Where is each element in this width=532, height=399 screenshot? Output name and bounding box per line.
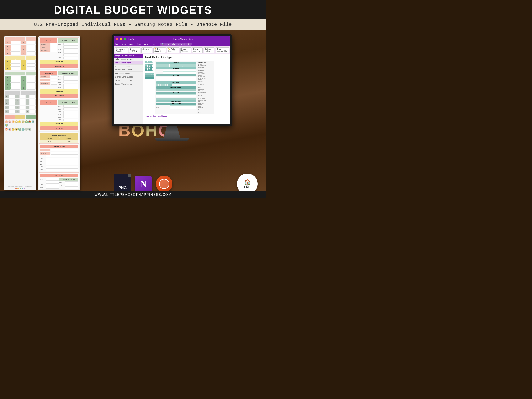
toolbar-zoom[interactable]: Zoom 115% ▼ [129, 47, 140, 53]
icon-16: ♻ [22, 128, 25, 131]
toolbar-zoom-100[interactable]: Zoom to 100% [141, 47, 152, 53]
monitor: OneNote BudgetWidget-Boho File Home Inse… [112, 34, 232, 126]
monitor-container: OneNote BudgetWidget-Boho File Home Inse… [82, 34, 262, 141]
toolbar-check-accessibility[interactable]: Check Accessibility [215, 47, 229, 53]
toolbar-immersive-reader[interactable]: Immersive Reader [115, 47, 128, 53]
add-page-btn[interactable]: + Add page [158, 115, 167, 117]
icon-8: 🎁 [28, 120, 31, 123]
icon-9: 📱 [32, 120, 34, 123]
header-title: DIGITAL BUDGET WIDGETS [0, 4, 266, 16]
bills-due-3: BILLS DUE [40, 126, 78, 130]
bill-due-1: BILL DUE [40, 38, 57, 43]
bill-due-2: BILL DUE [40, 71, 57, 75]
icon-13: 🏋 [12, 128, 14, 131]
toolbar-deleted-notes[interactable]: Deleted Notes [204, 47, 215, 53]
section-brown-boho-budget[interactable]: Brown Boho Budget [114, 79, 143, 82]
bills-due-2: BILLS DUE [40, 94, 78, 98]
save-money-label: SAVE MONEY [15, 115, 25, 119]
icon-2: 🚗 [8, 120, 11, 123]
no-spend-label: NO SPEND [5, 115, 14, 119]
onenote-doc-title: BudgetWidget-Boho [138, 38, 228, 40]
sticker-sheet-2: BILL DUE WEEKLY SPEND BUDGET SPENT REMAI… [38, 36, 80, 190]
account-summary-label: ACCOUNT SUMMARY [40, 133, 78, 137]
icon-3: 💰 [12, 120, 14, 123]
homemade-meal-label: HOMEMADE MEAL [26, 115, 36, 119]
section-orange-boho-budget[interactable]: Orange Boho Budget [114, 75, 143, 79]
weekly-spend-2: WEEKLY SPEND [58, 71, 78, 75]
section-yellow-boho-budget[interactable]: Yellow Boho Budget [114, 68, 143, 72]
monitor-stand [164, 126, 180, 138]
onenote-page-title: Teal Boho Budget [145, 56, 228, 59]
bills-due-bottom: BILLS DUE [40, 174, 78, 177]
menu-view[interactable]: View [144, 43, 149, 45]
icon-10: ⚡ [5, 124, 8, 127]
savings-2: SAVINGS [40, 89, 78, 94]
header: DIGITAL BUDGET WIDGETS [0, 0, 266, 19]
menu-search[interactable]: 🔍 Tell me what you want to do [160, 43, 192, 46]
weekly-spend-3: WEEKLY SPEND [58, 100, 78, 105]
icon-11: 🔥 [5, 128, 8, 131]
menu-home[interactable]: Home [121, 43, 127, 45]
savings-3: SAVINGS [40, 122, 78, 126]
monitor-screen: OneNote BudgetWidget-Boho File Home Inse… [114, 36, 230, 124]
icon-17: ✂ [25, 128, 28, 131]
section-pink-boho-budget[interactable]: Pink Boho Budget [114, 72, 143, 75]
onenote-page-content: Teal Boho Budget [143, 54, 230, 124]
bill-due-3: BILL DUE [40, 100, 57, 105]
savings-1: SAVINGS [40, 60, 78, 64]
menu-draw[interactable]: Draw [137, 43, 141, 45]
monthly-spend-label: MONTHLY SPEND [40, 145, 78, 148]
icon-14: 🗑 [15, 128, 18, 131]
subtitle-text: 832 Pre-Cropped Individual PNGs • Samsun… [0, 22, 266, 27]
sticker-sheet-1: € £ € £ € £ € [4, 36, 36, 190]
icon-12: 🌊 [8, 128, 11, 131]
section-boho-budget-widgets[interactable]: Boho Budget Widgets [114, 57, 143, 61]
add-section-btn[interactable]: + Add section [145, 115, 156, 117]
win-minimize-btn[interactable] [120, 38, 122, 40]
onenote-menubar: File Home Insert Draw View Help 🔍 Tell m… [114, 42, 230, 46]
menu-file[interactable]: File [115, 43, 119, 45]
monitor-base [155, 138, 189, 141]
win-close-btn[interactable] [115, 38, 118, 40]
notebook-header: BudgetWidget-Boho ▼ [114, 54, 143, 57]
menu-help[interactable]: Help [151, 43, 155, 45]
icon-1: 🍕 [5, 120, 8, 123]
menu-insert[interactable]: Insert [129, 43, 134, 45]
icon-7: 💊 [25, 120, 28, 123]
icon-6: 🛒 [22, 120, 25, 123]
toolbar-page-versions[interactable]: Page Versions [180, 47, 191, 53]
section-budget-word-labels[interactable]: Budget Word Labels [114, 82, 143, 86]
section-teal-boho-budget[interactable]: Teal Boho Budget [114, 61, 143, 65]
icon-4: 🏠 [15, 120, 18, 123]
onenote-body: BudgetWidget-Boho ▼ Boho Budget Widgets … [114, 54, 230, 124]
onenote-app-name: OneNote [128, 38, 136, 40]
subtitle-bar: 832 Pre-Cropped Individual PNGs • Samsun… [0, 19, 266, 30]
onenote-titlebar: OneNote BudgetWidget-Boho [114, 36, 230, 42]
win-maximize-btn[interactable] [124, 38, 126, 40]
icon-5: 💡 [18, 120, 21, 123]
toolbar-show-authors[interactable]: Show Authors [192, 47, 203, 53]
section-green-boho-budget[interactable]: Green Boho Budget [114, 65, 143, 68]
weekly-spend-1: WEEKLY SPEND [58, 38, 78, 43]
icon-18: 🎵 [28, 128, 31, 131]
main-content: € £ € £ € £ € [0, 30, 266, 198]
icon-15: 📡 [18, 128, 21, 131]
bills-due-1: BILLS DUE [40, 64, 78, 68]
toolbar-page-color[interactable]: 🎨 Page Color ▼ [153, 47, 166, 53]
toolbar-rule-lines[interactable]: 📏 Rule Lines ▼ [167, 47, 179, 53]
onenote-sidebar: BudgetWidget-Boho ▼ Boho Budget Widgets … [114, 54, 143, 124]
onenote-toolbar: Immersive Reader Zoom 115% ▼ Zoom to 100… [114, 46, 230, 54]
